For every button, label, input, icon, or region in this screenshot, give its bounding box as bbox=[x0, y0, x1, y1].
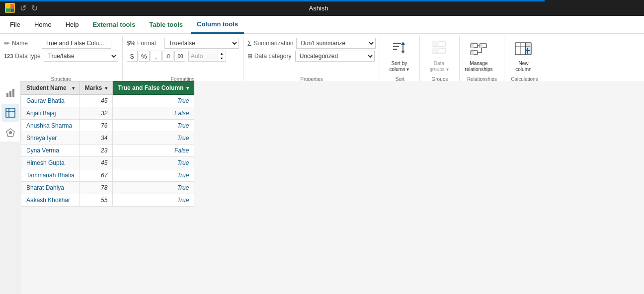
format-buttons: $ % , .0 .00 bbox=[127, 51, 185, 62]
formatting-fields: $% Format True/false $ % , .0 .00 bbox=[127, 38, 239, 62]
table-body: Gaurav Bhatia 45 True Anjali Bajaj 32 Fa… bbox=[21, 95, 194, 102]
auto-input[interactable] bbox=[188, 51, 218, 62]
progress-bar bbox=[0, 0, 545, 1]
svg-rect-13 bbox=[432, 48, 439, 53]
data-table: Student Name ▾ Marks ▾ True and False Co… bbox=[21, 81, 194, 102]
datatype-select[interactable]: True/false bbox=[44, 51, 118, 62]
menu-external-tools[interactable]: External tools bbox=[86, 16, 141, 34]
header-marks[interactable]: Marks ▾ bbox=[80, 81, 113, 95]
calculations-content: Newcolumn bbox=[508, 38, 540, 74]
svg-marker-7 bbox=[401, 42, 405, 45]
svg-rect-30 bbox=[6, 93, 8, 97]
title-bar: ↺ ↻ Ashish bbox=[0, 0, 644, 16]
name-icon: ✏ bbox=[4, 39, 10, 47]
summarization-row: Σ Summarization Don't summarize bbox=[247, 38, 376, 49]
svg-rect-17 bbox=[480, 44, 483, 48]
table-row: Gaurav Bhatia 45 True bbox=[21, 95, 194, 102]
properties-fields: Σ Summarization Don't summarize ⊞ Data c… bbox=[247, 38, 376, 62]
groups-content: Datagroups ▾ bbox=[424, 38, 455, 74]
svg-rect-1 bbox=[10, 4, 14, 8]
svg-rect-15 bbox=[471, 44, 474, 48]
table-header-row: Student Name ▾ Marks ▾ True and False Co… bbox=[21, 81, 194, 95]
menu-home[interactable]: Home bbox=[28, 16, 58, 34]
comma-button[interactable]: , bbox=[151, 51, 161, 62]
bool-col-dropdown-icon[interactable]: ▾ bbox=[186, 85, 189, 91]
relationships-content: Managerelationships bbox=[464, 38, 500, 74]
svg-rect-31 bbox=[9, 91, 11, 97]
summarization-select[interactable]: Don't summarize bbox=[296, 38, 376, 49]
menu-file[interactable]: File bbox=[4, 16, 26, 34]
new-column-icon bbox=[514, 40, 532, 59]
data-groups-button: Datagroups ▾ bbox=[424, 38, 454, 74]
formatting-content: $% Format True/false $ % , .0 .00 bbox=[127, 38, 239, 74]
svg-rect-9 bbox=[402, 45, 403, 51]
sort-content: Sort bycolumn ▾ bbox=[384, 38, 415, 74]
student-name-dropdown-icon[interactable]: ▾ bbox=[72, 85, 75, 91]
cell-marks: 45 bbox=[80, 95, 113, 102]
format-select[interactable]: True/false bbox=[164, 38, 239, 49]
sort-by-column-button[interactable]: Sort bycolumn ▾ bbox=[384, 38, 414, 74]
svg-rect-3 bbox=[10, 8, 14, 12]
svg-rect-0 bbox=[6, 4, 10, 8]
ribbon-group-formatting: $% Format True/false $ % , .0 .00 bbox=[123, 36, 243, 84]
inc-dec-button[interactable]: .00 bbox=[174, 51, 185, 62]
dollar-button[interactable]: $ bbox=[127, 51, 138, 62]
properties-content: Σ Summarization Don't summarize ⊞ Data c… bbox=[247, 38, 376, 74]
left-sidebar bbox=[0, 81, 21, 102]
svg-rect-4 bbox=[393, 43, 401, 44]
menu-column-tools[interactable]: Column tools bbox=[191, 16, 244, 34]
redo-button[interactable]: ↻ bbox=[31, 3, 38, 13]
format-label: $% Format bbox=[127, 40, 161, 47]
auto-input-group: ▲ ▼ bbox=[188, 51, 226, 62]
datatype-icon: 123 bbox=[4, 53, 13, 59]
sidebar-icon-chart[interactable] bbox=[1, 84, 19, 102]
undo-button[interactable]: ↺ bbox=[20, 3, 26, 13]
datacategory-label: ⊞ Data category bbox=[247, 53, 292, 60]
svg-rect-32 bbox=[12, 89, 14, 97]
data-groups-icon bbox=[431, 40, 447, 59]
header-bool-column[interactable]: True and False Column ▾ bbox=[113, 81, 194, 95]
name-input[interactable] bbox=[42, 38, 111, 49]
ribbon-group-structure: ✏ Name 123 Data type True/false Structur… bbox=[0, 36, 123, 84]
datacategory-row: ⊞ Data category Uncategorized bbox=[247, 51, 376, 62]
structure-content: ✏ Name 123 Data type True/false bbox=[4, 38, 118, 74]
dec-dec-button[interactable]: .0 bbox=[162, 51, 173, 62]
ribbon-group-calculations: Newcolumn Calculations bbox=[504, 36, 544, 84]
spin-buttons[interactable]: ▲ ▼ bbox=[218, 51, 226, 62]
svg-rect-2 bbox=[6, 8, 10, 12]
format-icon: $% bbox=[127, 40, 135, 47]
app-title: Ashish bbox=[309, 4, 328, 12]
ribbon-group-sort: Sort bycolumn ▾ Sort bbox=[380, 36, 420, 84]
cell-student-name: Gaurav Bhatia bbox=[21, 95, 80, 102]
format-field-row: $% Format True/false bbox=[127, 38, 239, 49]
name-field-row: ✏ Name bbox=[4, 38, 118, 49]
summarization-label: Σ Summarization bbox=[247, 39, 294, 47]
datatype-label: 123 Data type bbox=[4, 53, 41, 60]
ribbon-group-groups: Datagroups ▾ Groups bbox=[420, 36, 460, 84]
header-student-name[interactable]: Student Name ▾ bbox=[21, 81, 80, 95]
marks-dropdown-icon[interactable]: ▾ bbox=[105, 85, 107, 91]
title-bar-left: ↺ ↻ bbox=[5, 3, 38, 13]
percent-button[interactable]: % bbox=[139, 51, 150, 62]
datatype-field-row: 123 Data type True/false bbox=[4, 51, 118, 62]
sigma-icon: Σ bbox=[247, 39, 252, 47]
sort-icon bbox=[391, 40, 407, 59]
menu-table-tools[interactable]: Table tools bbox=[143, 16, 189, 34]
svg-rect-19 bbox=[471, 51, 474, 55]
datacategory-select[interactable]: Uncategorized bbox=[295, 51, 375, 62]
ribbon: ✏ Name 123 Data type True/false Structur… bbox=[0, 34, 644, 87]
manage-relationships-button[interactable]: Managerelationships bbox=[464, 38, 493, 74]
app-icon bbox=[5, 3, 15, 13]
format-buttons-row: $ % , .0 .00 ▲ ▼ bbox=[127, 51, 239, 62]
svg-rect-6 bbox=[393, 49, 397, 50]
svg-rect-5 bbox=[393, 46, 399, 47]
data-groups-label: Datagroups ▾ bbox=[429, 61, 448, 73]
svg-marker-8 bbox=[401, 51, 405, 54]
menu-help[interactable]: Help bbox=[60, 16, 85, 34]
new-column-button[interactable]: Newcolumn bbox=[508, 38, 538, 74]
ribbon-group-properties: Σ Summarization Don't summarize ⊞ Data c… bbox=[243, 36, 381, 84]
name-label: ✏ Name bbox=[4, 39, 39, 47]
manage-relationships-icon bbox=[470, 40, 487, 59]
main-content: Student Name ▾ Marks ▾ True and False Co… bbox=[21, 81, 644, 102]
menu-bar: File Home Help External tools Table tool… bbox=[0, 16, 644, 34]
